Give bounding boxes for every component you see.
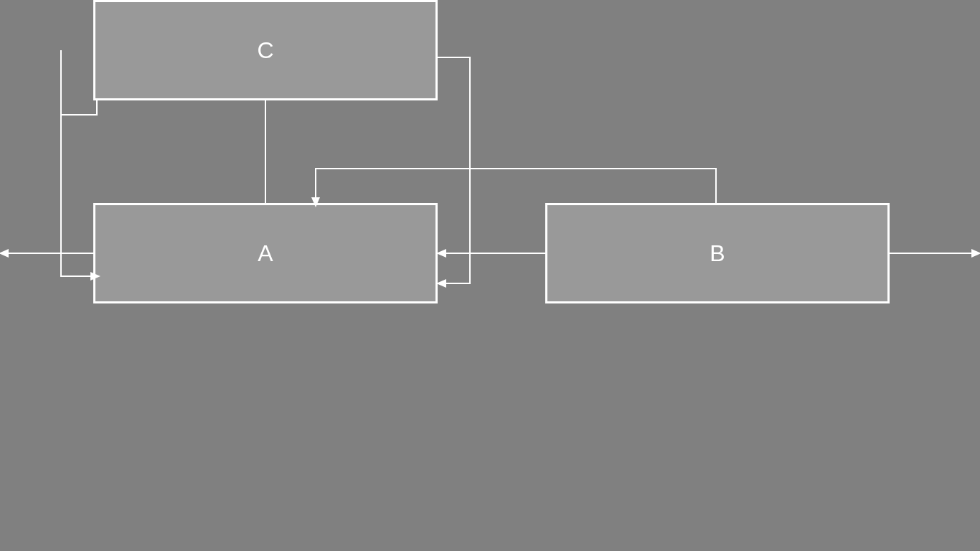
node-a: A xyxy=(93,203,438,303)
arrowhead-into-a-right-upper xyxy=(436,249,446,258)
arrowhead-into-a-right-lower xyxy=(436,279,446,288)
arrowhead-a-left-out xyxy=(0,249,9,258)
node-b-label: B xyxy=(710,240,725,267)
node-b: B xyxy=(545,203,890,303)
edge-c-left-down xyxy=(61,100,97,276)
edge-c-right-to-a-right xyxy=(438,57,470,283)
node-a-label: A xyxy=(258,240,273,267)
edge-b-top-to-a-top xyxy=(316,169,716,203)
node-c: C xyxy=(93,0,438,100)
node-c-label: C xyxy=(257,37,273,64)
arrowhead-b-right-out xyxy=(971,249,980,258)
